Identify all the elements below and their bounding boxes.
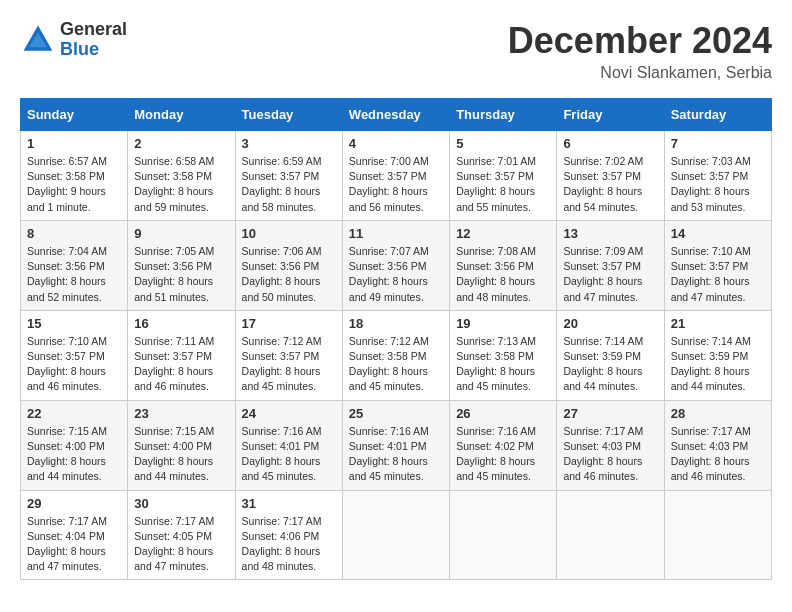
day-info: Sunrise: 7:05 AMSunset: 3:56 PMDaylight:… (134, 244, 228, 305)
calendar-cell (342, 490, 449, 580)
day-info: Sunrise: 7:03 AMSunset: 3:57 PMDaylight:… (671, 154, 765, 215)
calendar-cell: 20 Sunrise: 7:14 AMSunset: 3:59 PMDaylig… (557, 310, 664, 400)
calendar-cell: 9 Sunrise: 7:05 AMSunset: 3:56 PMDayligh… (128, 220, 235, 310)
calendar-header-saturday: Saturday (664, 99, 771, 131)
calendar-cell: 4 Sunrise: 7:00 AMSunset: 3:57 PMDayligh… (342, 131, 449, 221)
calendar-cell: 25 Sunrise: 7:16 AMSunset: 4:01 PMDaylig… (342, 400, 449, 490)
calendar-cell: 10 Sunrise: 7:06 AMSunset: 3:56 PMDaylig… (235, 220, 342, 310)
day-info: Sunrise: 7:00 AMSunset: 3:57 PMDaylight:… (349, 154, 443, 215)
day-info: Sunrise: 7:14 AMSunset: 3:59 PMDaylight:… (671, 334, 765, 395)
day-number: 16 (134, 316, 228, 331)
calendar-header-tuesday: Tuesday (235, 99, 342, 131)
day-number: 21 (671, 316, 765, 331)
day-info: Sunrise: 7:15 AMSunset: 4:00 PMDaylight:… (27, 424, 121, 485)
day-number: 31 (242, 496, 336, 511)
day-info: Sunrise: 7:17 AMSunset: 4:06 PMDaylight:… (242, 514, 336, 575)
calendar-cell: 26 Sunrise: 7:16 AMSunset: 4:02 PMDaylig… (450, 400, 557, 490)
day-info: Sunrise: 7:14 AMSunset: 3:59 PMDaylight:… (563, 334, 657, 395)
calendar-cell: 21 Sunrise: 7:14 AMSunset: 3:59 PMDaylig… (664, 310, 771, 400)
day-number: 29 (27, 496, 121, 511)
day-info: Sunrise: 7:10 AMSunset: 3:57 PMDaylight:… (671, 244, 765, 305)
day-number: 9 (134, 226, 228, 241)
calendar-cell: 3 Sunrise: 6:59 AMSunset: 3:57 PMDayligh… (235, 131, 342, 221)
calendar-cell: 28 Sunrise: 7:17 AMSunset: 4:03 PMDaylig… (664, 400, 771, 490)
day-info: Sunrise: 7:01 AMSunset: 3:57 PMDaylight:… (456, 154, 550, 215)
day-number: 30 (134, 496, 228, 511)
logo-general-text: General (60, 20, 127, 40)
day-number: 28 (671, 406, 765, 421)
logo-blue-text: Blue (60, 40, 127, 60)
calendar-header-row: SundayMondayTuesdayWednesdayThursdayFrid… (21, 99, 772, 131)
calendar-header-sunday: Sunday (21, 99, 128, 131)
day-number: 19 (456, 316, 550, 331)
calendar-cell: 30 Sunrise: 7:17 AMSunset: 4:05 PMDaylig… (128, 490, 235, 580)
calendar-cell: 13 Sunrise: 7:09 AMSunset: 3:57 PMDaylig… (557, 220, 664, 310)
day-number: 12 (456, 226, 550, 241)
calendar-cell (450, 490, 557, 580)
day-info: Sunrise: 7:16 AMSunset: 4:02 PMDaylight:… (456, 424, 550, 485)
calendar-header-thursday: Thursday (450, 99, 557, 131)
day-number: 24 (242, 406, 336, 421)
calendar-cell: 22 Sunrise: 7:15 AMSunset: 4:00 PMDaylig… (21, 400, 128, 490)
calendar-header-wednesday: Wednesday (342, 99, 449, 131)
day-info: Sunrise: 7:12 AMSunset: 3:57 PMDaylight:… (242, 334, 336, 395)
calendar-cell: 29 Sunrise: 7:17 AMSunset: 4:04 PMDaylig… (21, 490, 128, 580)
day-number: 14 (671, 226, 765, 241)
day-number: 15 (27, 316, 121, 331)
day-number: 11 (349, 226, 443, 241)
day-info: Sunrise: 7:16 AMSunset: 4:01 PMDaylight:… (242, 424, 336, 485)
logo-text: General Blue (60, 20, 127, 60)
calendar-cell: 12 Sunrise: 7:08 AMSunset: 3:56 PMDaylig… (450, 220, 557, 310)
day-info: Sunrise: 7:04 AMSunset: 3:56 PMDaylight:… (27, 244, 121, 305)
day-number: 6 (563, 136, 657, 151)
day-number: 18 (349, 316, 443, 331)
month-title: December 2024 (508, 20, 772, 62)
calendar-week-row: 1 Sunrise: 6:57 AMSunset: 3:58 PMDayligh… (21, 131, 772, 221)
calendar-cell: 14 Sunrise: 7:10 AMSunset: 3:57 PMDaylig… (664, 220, 771, 310)
calendar-cell: 23 Sunrise: 7:15 AMSunset: 4:00 PMDaylig… (128, 400, 235, 490)
calendar-cell: 27 Sunrise: 7:17 AMSunset: 4:03 PMDaylig… (557, 400, 664, 490)
calendar-cell: 6 Sunrise: 7:02 AMSunset: 3:57 PMDayligh… (557, 131, 664, 221)
calendar-cell: 8 Sunrise: 7:04 AMSunset: 3:56 PMDayligh… (21, 220, 128, 310)
calendar-cell: 19 Sunrise: 7:13 AMSunset: 3:58 PMDaylig… (450, 310, 557, 400)
title-section: December 2024 Novi Slankamen, Serbia (508, 20, 772, 82)
calendar-week-row: 8 Sunrise: 7:04 AMSunset: 3:56 PMDayligh… (21, 220, 772, 310)
day-number: 26 (456, 406, 550, 421)
calendar-cell (664, 490, 771, 580)
day-info: Sunrise: 7:17 AMSunset: 4:05 PMDaylight:… (134, 514, 228, 575)
day-info: Sunrise: 7:02 AMSunset: 3:57 PMDaylight:… (563, 154, 657, 215)
calendar-cell: 15 Sunrise: 7:10 AMSunset: 3:57 PMDaylig… (21, 310, 128, 400)
day-number: 13 (563, 226, 657, 241)
calendar-week-row: 29 Sunrise: 7:17 AMSunset: 4:04 PMDaylig… (21, 490, 772, 580)
logo: General Blue (20, 20, 127, 60)
calendar-cell (557, 490, 664, 580)
day-number: 5 (456, 136, 550, 151)
logo-icon (20, 22, 56, 58)
calendar-cell: 18 Sunrise: 7:12 AMSunset: 3:58 PMDaylig… (342, 310, 449, 400)
day-number: 25 (349, 406, 443, 421)
calendar-cell: 11 Sunrise: 7:07 AMSunset: 3:56 PMDaylig… (342, 220, 449, 310)
day-number: 8 (27, 226, 121, 241)
day-number: 23 (134, 406, 228, 421)
day-info: Sunrise: 7:06 AMSunset: 3:56 PMDaylight:… (242, 244, 336, 305)
day-info: Sunrise: 7:11 AMSunset: 3:57 PMDaylight:… (134, 334, 228, 395)
calendar-cell: 5 Sunrise: 7:01 AMSunset: 3:57 PMDayligh… (450, 131, 557, 221)
day-number: 1 (27, 136, 121, 151)
day-info: Sunrise: 6:57 AMSunset: 3:58 PMDaylight:… (27, 154, 121, 215)
calendar-cell: 1 Sunrise: 6:57 AMSunset: 3:58 PMDayligh… (21, 131, 128, 221)
day-number: 17 (242, 316, 336, 331)
day-number: 3 (242, 136, 336, 151)
day-number: 4 (349, 136, 443, 151)
calendar-cell: 31 Sunrise: 7:17 AMSunset: 4:06 PMDaylig… (235, 490, 342, 580)
calendar-cell: 24 Sunrise: 7:16 AMSunset: 4:01 PMDaylig… (235, 400, 342, 490)
location-title: Novi Slankamen, Serbia (508, 64, 772, 82)
day-info: Sunrise: 7:16 AMSunset: 4:01 PMDaylight:… (349, 424, 443, 485)
calendar-week-row: 22 Sunrise: 7:15 AMSunset: 4:00 PMDaylig… (21, 400, 772, 490)
day-info: Sunrise: 7:17 AMSunset: 4:04 PMDaylight:… (27, 514, 121, 575)
day-info: Sunrise: 6:58 AMSunset: 3:58 PMDaylight:… (134, 154, 228, 215)
day-info: Sunrise: 7:17 AMSunset: 4:03 PMDaylight:… (563, 424, 657, 485)
day-info: Sunrise: 7:13 AMSunset: 3:58 PMDaylight:… (456, 334, 550, 395)
day-info: Sunrise: 7:17 AMSunset: 4:03 PMDaylight:… (671, 424, 765, 485)
day-info: Sunrise: 7:09 AMSunset: 3:57 PMDaylight:… (563, 244, 657, 305)
day-info: Sunrise: 7:10 AMSunset: 3:57 PMDaylight:… (27, 334, 121, 395)
